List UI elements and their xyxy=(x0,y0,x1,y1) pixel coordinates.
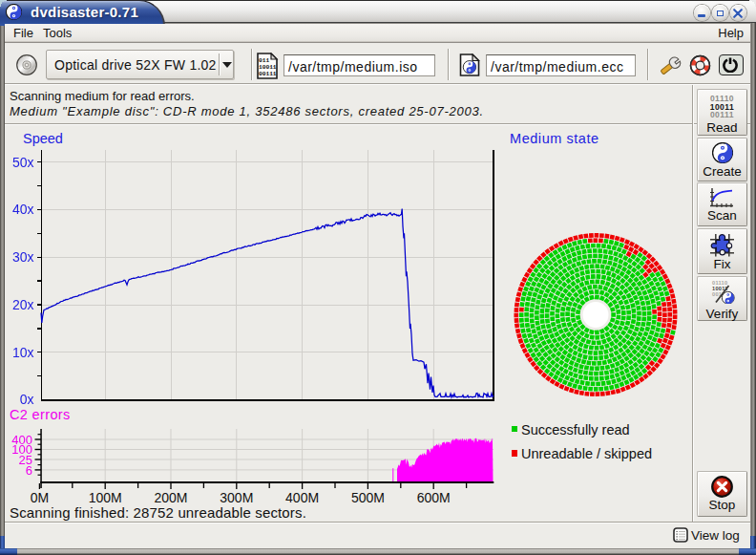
svg-text:00111: 00111 xyxy=(259,71,277,77)
svg-text:10011: 10011 xyxy=(259,64,277,71)
svg-text:011: 011 xyxy=(259,57,269,64)
